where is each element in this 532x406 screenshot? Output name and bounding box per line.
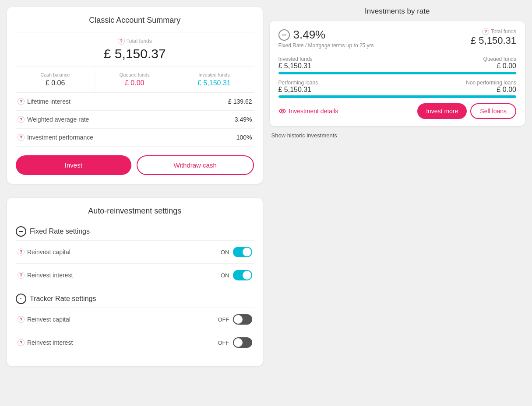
weighted-avg-help-icon[interactable]: ?: [18, 116, 25, 123]
weighted-avg-label: Weighted average rate: [27, 116, 89, 123]
fixed-capital-help-icon[interactable]: ?: [18, 248, 25, 256]
fixed-interest-state: ON: [221, 272, 229, 279]
queued-funds-value: £ 0.00: [99, 79, 170, 87]
tracker-reinvest-interest-row: ? Reinvest interest OFF: [16, 331, 254, 354]
classic-account-card: Classic Account Summary ? Total funds £ …: [7, 7, 263, 184]
investment-performance-value: 100%: [236, 134, 252, 141]
queued-funds-cell: Queued funds £ 0.00: [95, 67, 174, 92]
classic-account-title: Classic Account Summary: [16, 16, 254, 25]
tracker-capital-toggle[interactable]: [233, 314, 252, 325]
tracker-interest-label: Reinvest interest: [27, 339, 73, 346]
total-funds-amount: £ 5,150.37: [16, 46, 254, 61]
auto-reinvestment-section: Auto-reinvestment settings Fixed Rate se…: [7, 191, 263, 366]
withdraw-cash-button[interactable]: Withdraw cash: [137, 155, 254, 175]
investment-performance-help-icon[interactable]: ?: [18, 134, 25, 141]
fixed-capital-state: ON: [221, 249, 229, 256]
invested-funds-cell: Invested funds £ 5,150.31: [174, 67, 254, 92]
lifetime-interest-help-icon[interactable]: ?: [18, 98, 25, 105]
invested-funds-label: Invested funds: [178, 72, 250, 77]
fixed-interest-toggle[interactable]: [233, 270, 252, 280]
lifetime-interest-row: ? Lifetime interest £ 139.62: [16, 93, 254, 111]
tracker-interest-toggle[interactable]: [233, 337, 252, 348]
fixed-reinvest-capital-row: ? Reinvest capital ON: [16, 240, 254, 263]
performing-progress-fill: [278, 95, 517, 98]
tracker-capital-help-icon[interactable]: ?: [18, 316, 25, 323]
investments-by-rate-section: Investments by rate 3.49% Fixed Rate /: [270, 7, 525, 139]
fixed-reinvest-interest-row: ? Reinvest interest ON: [16, 263, 254, 287]
tracker-rate-settings-group: ~ Tracker Rate settings ? Reinvest capit…: [16, 290, 254, 354]
cash-balance-cell: Cash balance £ 0.06: [16, 67, 95, 92]
performing-loans-row: Performing loans £ 5,150.31 Non performi…: [278, 80, 517, 94]
rate-subtitle: Fixed Rate / Mortgage terms up to 25 yrs: [278, 42, 374, 49]
show-historic-link[interactable]: Show historic investments: [271, 132, 337, 139]
tracker-interest-toggle-group: OFF: [218, 337, 252, 348]
fixed-capital-toggle[interactable]: [233, 247, 252, 257]
invest-button[interactable]: Invest: [16, 155, 131, 175]
rate-value: 3.49%: [278, 28, 374, 42]
investment-rate-card: 3.49% Fixed Rate / Mortgage terms up to …: [270, 21, 525, 126]
tracker-interest-help-icon[interactable]: ?: [18, 339, 25, 346]
fixed-interest-help-icon[interactable]: ?: [18, 272, 25, 279]
cash-balance-value: £ 0.06: [19, 79, 91, 87]
sell-loans-button[interactable]: Sell loans: [470, 103, 516, 119]
fixed-rate-circle-icon: [16, 226, 26, 237]
investment-performance-label: Investment performance: [27, 134, 93, 141]
lifetime-interest-value: £ 139.62: [228, 98, 252, 105]
inv-total-funds-label: ? Total funds: [471, 28, 516, 35]
tracker-rate-icon: ~: [16, 294, 26, 304]
total-funds-help-icon[interactable]: ?: [118, 38, 125, 45]
weighted-avg-value: 3.49%: [235, 116, 252, 123]
tracker-capital-label: Reinvest capital: [27, 316, 70, 323]
weighted-avg-row: ? Weighted average rate 3.49%: [16, 111, 254, 129]
performing-progress-bar: [278, 95, 517, 98]
rate-circle-icon: [278, 29, 290, 41]
fixed-capital-toggle-group: ON: [221, 247, 252, 257]
total-funds-label: ? Total funds: [16, 38, 254, 45]
auto-reinvestment-title: Auto-reinvestment settings: [16, 206, 254, 216]
tracker-capital-toggle-group: OFF: [218, 314, 252, 325]
svg-point-1: [281, 110, 283, 112]
inv-total-help-icon[interactable]: ?: [482, 28, 489, 35]
tracker-interest-state: OFF: [218, 340, 229, 346]
tracker-capital-state: OFF: [218, 316, 229, 323]
inv-action-buttons: Invest more Sell loans: [417, 103, 516, 119]
right-column: Investments by rate 3.49% Fixed Rate /: [270, 7, 525, 184]
tracker-rate-title: ~ Tracker Rate settings: [16, 290, 254, 308]
fixed-rate-title: Fixed Rate settings: [16, 223, 254, 240]
classic-action-buttons: Invest Withdraw cash: [16, 155, 254, 175]
fixed-rate-settings-group: Fixed Rate settings ? Reinvest capital O…: [16, 223, 254, 287]
queued-funds-label: Queued funds: [99, 72, 170, 77]
balance-row: Cash balance £ 0.06 Queued funds £ 0.00 …: [16, 67, 254, 93]
investment-details-link[interactable]: Investment details: [278, 107, 338, 115]
fixed-capital-label: Reinvest capital: [27, 248, 70, 256]
inv-footer: Investment details Invest more Sell loan…: [278, 103, 517, 119]
invest-more-button[interactable]: Invest more: [417, 103, 467, 119]
inv-funds-row: Invested funds £ 5,150.31 Queued funds £…: [278, 56, 517, 70]
invested-progress-fill: [278, 72, 517, 74]
lifetime-interest-label: Lifetime interest: [27, 98, 70, 105]
invested-funds-value: £ 5,150.31: [178, 79, 250, 87]
cash-balance-label: Cash balance: [19, 72, 91, 77]
reinvestment-card: Auto-reinvestment settings Fixed Rate se…: [7, 198, 263, 366]
tracker-reinvest-capital-row: ? Reinvest capital OFF: [16, 308, 254, 331]
investment-performance-row: ? Investment performance 100%: [16, 129, 254, 147]
inv-total-funds-amount: £ 5,150.31: [471, 35, 516, 46]
svg-point-0: [279, 109, 285, 113]
fixed-interest-toggle-group: ON: [221, 270, 252, 280]
investment-header: 3.49% Fixed Rate / Mortgage terms up to …: [278, 28, 517, 49]
eye-icon: [278, 107, 286, 115]
investments-by-rate-title: Investments by rate: [270, 7, 525, 16]
fixed-interest-label: Reinvest interest: [27, 272, 73, 279]
invested-progress-bar: [278, 72, 517, 74]
